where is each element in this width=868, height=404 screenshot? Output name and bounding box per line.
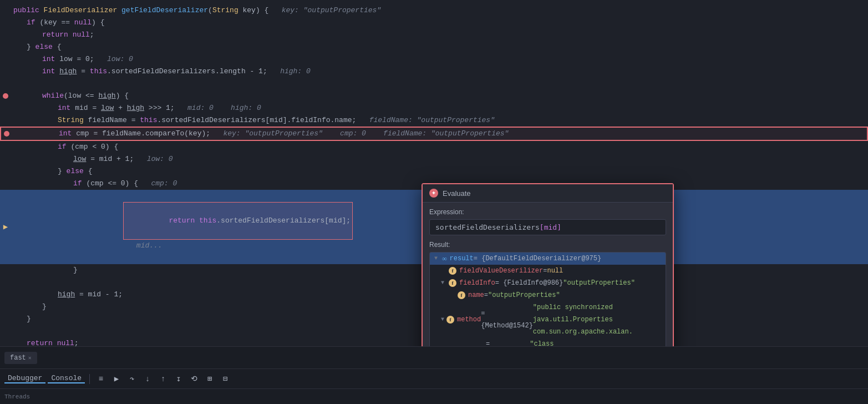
expression-input[interactable]: sortedFieldDeserializers[mid] xyxy=(429,219,666,235)
toolbar-threads-btn[interactable]: ⊟ xyxy=(219,372,232,386)
result-tree: ▼ ∞ result = {DefaultFieldDeserializer@9… xyxy=(429,252,666,346)
expression-label: Expression: xyxy=(429,208,666,216)
tab-fast[interactable]: fast ✕ xyxy=(4,352,37,364)
line-content-9: int mid = low + high >>> 1; mid: 0 high:… xyxy=(11,102,864,114)
line-content-13: low = mid + 1; low: 0 xyxy=(11,153,864,165)
divider-1 xyxy=(89,374,90,384)
tree-item-clazz[interactable]: ▶ f clazz = {Class@879} "class com.sun.o… xyxy=(430,338,666,346)
code-editor: public FieldDeserializer getFieldDeseria… xyxy=(0,0,868,346)
code-line-13: low = mid + 1; low: 0 xyxy=(0,153,868,165)
tab-fast-close[interactable]: ✕ xyxy=(28,355,32,361)
tree-icon-mth: f xyxy=(446,316,454,324)
line-content-14: } else { xyxy=(11,165,864,178)
line-content-3: return null; xyxy=(11,29,864,41)
tab-fast-label: fast xyxy=(10,354,26,362)
toolbar-step-out-btn[interactable]: ↑ xyxy=(156,372,170,386)
status-text: Threads xyxy=(4,393,30,400)
line-content-12: if (cmp < 0) { xyxy=(11,141,864,153)
code-line-1: public FieldDeserializer getFieldDeseria… xyxy=(0,4,868,17)
line-content-4: } else { xyxy=(11,41,864,53)
code-line-10: String fieldName = this.sortedFieldDeser… xyxy=(0,114,868,127)
code-line-5: int low = 0; low: 0 xyxy=(0,53,868,65)
console-tab[interactable]: Console xyxy=(48,374,85,383)
evaluate-title: Evaluate xyxy=(443,189,471,198)
line-content-10: String fieldName = this.sortedFieldDeser… xyxy=(11,114,864,127)
line-content-6: int high = this.sortedFieldDeserializers… xyxy=(11,65,864,78)
debugger-tab-label: Debugger xyxy=(8,374,42,382)
toolbar-step-over-btn[interactable]: ↷ xyxy=(125,372,139,386)
toolbar-run-to-cursor-btn[interactable]: ↧ xyxy=(172,372,185,386)
line-content-8: while(low <= high) { xyxy=(11,90,864,102)
debug-toolbar: Debugger Console ≡ ▶ ↷ ↓ ↑ ↧ ⟲ ⊞ ⊟ xyxy=(0,368,868,388)
tree-arrow-clz: ▶ xyxy=(450,344,453,346)
tree-item-result[interactable]: ▼ ∞ result = {DefaultFieldDeserializer@9… xyxy=(430,252,666,265)
tree-arrow-0: ▼ xyxy=(434,252,440,265)
breakpoint-dot-11[interactable] xyxy=(4,131,9,137)
tree-item-field-info[interactable]: ▼ f fieldInfo = {FieldInfo@986} "outputP… xyxy=(430,277,666,289)
tree-icon-fvd: f xyxy=(449,267,456,275)
console-tab-label: Console xyxy=(51,374,82,382)
tree-icon-0: ∞ xyxy=(442,255,447,262)
code-line-9: int mid = low + high >>> 1; mid: 0 high:… xyxy=(0,102,868,114)
debugger-tab[interactable]: Debugger xyxy=(4,374,45,383)
debug-status-bar: Threads xyxy=(0,388,868,404)
toolbar-resume-btn[interactable]: ▶ xyxy=(110,372,123,386)
line-content-5: int low = 0; low: 0 xyxy=(11,53,864,65)
line-content-11: int cmp = fieldName.compareTo(key); key:… xyxy=(12,128,862,140)
code-line-3: return null; xyxy=(0,29,868,41)
tree-arrow-mth: ▼ xyxy=(441,314,444,326)
main-container: public FieldDeserializer getFieldDeseria… xyxy=(0,0,868,404)
tree-item-method[interactable]: ▼ f method = {Method@1542} "public synch… xyxy=(430,301,666,338)
evaluate-popup: ✦ Evaluate Expression: sortedFieldDeseri… xyxy=(422,183,674,346)
tree-icon-fi: f xyxy=(449,279,456,287)
result-label: Result: xyxy=(429,241,666,249)
tree-item-field-value[interactable]: f fieldValueDeserilizer = null xyxy=(430,265,666,277)
line-content-2: if (key == null) { xyxy=(11,17,864,29)
bp-11 xyxy=(1,131,12,137)
code-line-7 xyxy=(0,78,868,90)
code-line-11: int cmp = fieldName.compareTo(key); key:… xyxy=(0,127,868,141)
code-line-6: int high = this.sortedFieldDeserializers… xyxy=(0,65,868,78)
toolbar-grid-btn[interactable]: ⊞ xyxy=(203,372,216,386)
current-line-arrow: ▶ xyxy=(1,223,10,231)
bp-16: ▶ xyxy=(0,223,11,231)
tree-item-name[interactable]: f name = "outputProperties" xyxy=(430,289,666,301)
tree-icon-nm: f xyxy=(458,291,465,299)
code-line-8: while(low <= high) { xyxy=(0,90,868,102)
toolbar-step-into-btn[interactable]: ↓ xyxy=(141,372,154,386)
evaluate-plugin-icon: ✦ xyxy=(429,189,438,198)
bottom-bar: fast ✕ xyxy=(0,346,868,368)
tree-arrow-fi: ▼ xyxy=(441,277,446,289)
evaluate-body: Expression: sortedFieldDeserializers[mid… xyxy=(423,203,673,346)
code-line-12: if (cmp < 0) { xyxy=(0,141,868,153)
toolbar-menu-btn[interactable]: ≡ xyxy=(94,372,108,386)
code-line-2: if (key == null) { xyxy=(0,17,868,29)
bp-8 xyxy=(0,93,11,99)
toolbar-restart-btn[interactable]: ⟲ xyxy=(187,372,201,386)
code-line-14: } else { xyxy=(0,165,868,178)
breakpoint-dot-8[interactable] xyxy=(3,93,8,99)
line-content-1: public FieldDeserializer getFieldDeseria… xyxy=(11,4,864,17)
code-line-4: } else { xyxy=(0,41,868,53)
evaluate-header: ✦ Evaluate xyxy=(423,184,673,203)
